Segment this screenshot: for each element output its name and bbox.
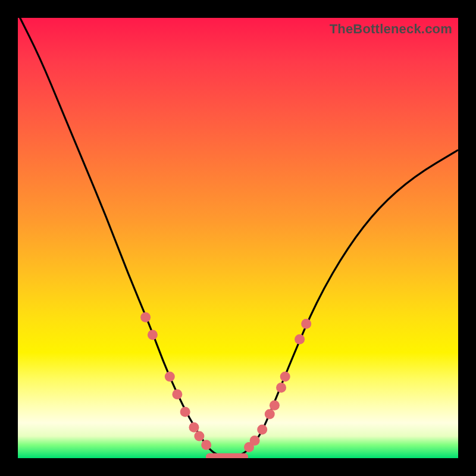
- marker-group: [140, 312, 311, 452]
- plot-area: TheBottleneck.com: [18, 18, 458, 458]
- chart-svg: [18, 18, 458, 458]
- right-dot-9: [301, 319, 311, 329]
- left-dot-7: [194, 431, 204, 441]
- left-dot-5: [180, 407, 190, 417]
- right-dot-4: [265, 409, 275, 419]
- left-dot-4: [172, 389, 182, 399]
- right-dot-3: [257, 424, 267, 434]
- right-dot-7: [280, 372, 290, 382]
- right-dot-8: [295, 334, 305, 345]
- left-dot-6: [189, 422, 199, 433]
- chart-frame: TheBottleneck.com: [0, 0, 476, 476]
- right-dot-6: [276, 383, 286, 393]
- bottleneck-curve: [18, 18, 458, 456]
- right-dot-2: [250, 436, 260, 446]
- left-dot-1: [140, 312, 151, 322]
- right-dot-5: [270, 400, 280, 411]
- left-dot-8: [201, 440, 211, 450]
- left-dot-2: [148, 330, 158, 340]
- left-dot-3: [165, 372, 175, 382]
